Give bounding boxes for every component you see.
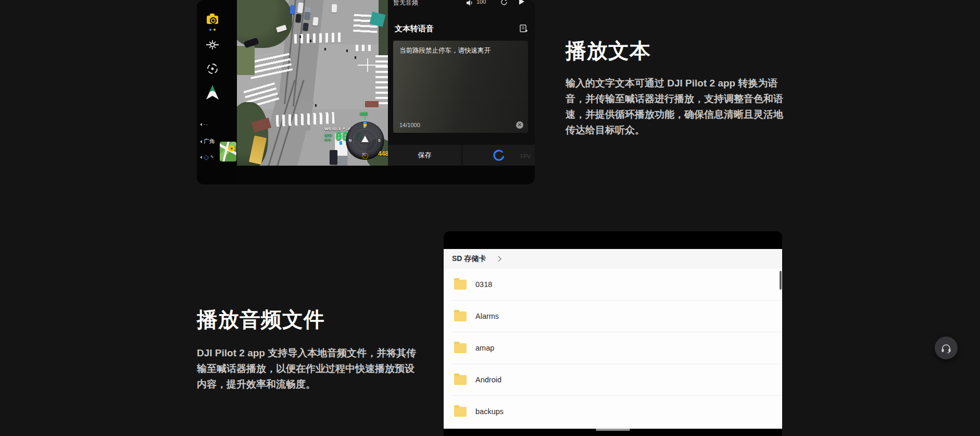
camera-view: WS 02.3 ↗ -42° SPD m/s 00.0 085 N E S W …	[237, 0, 388, 166]
folder-icon	[454, 280, 467, 290]
motorbike	[324, 48, 326, 51]
chevron-left-icon	[200, 140, 202, 143]
sidebar-collapse-row[interactable]: - -	[200, 122, 208, 127]
compass-heading-marker	[363, 122, 367, 127]
folder-name: 0318	[475, 280, 492, 289]
compass-n: N	[349, 139, 351, 142]
scrollbar-thumb[interactable]	[780, 271, 782, 290]
play-button[interactable]	[519, 0, 524, 5]
section-title: 播放文本	[566, 36, 786, 65]
nav-arrow-icon	[205, 85, 220, 101]
spd-text: SPD	[324, 133, 332, 138]
crosswalk	[356, 45, 374, 51]
spotlight-icon[interactable]	[205, 38, 220, 52]
convert-loading-button[interactable]: FPV	[462, 145, 535, 166]
audio-status-label: 暂无音频	[393, 0, 418, 7]
compass-home-badge: H	[362, 153, 368, 159]
minimap-thumbnail[interactable]	[220, 142, 236, 161]
folder-row[interactable]: Android	[444, 364, 782, 396]
clear-text-button[interactable]: ✕	[516, 121, 523, 129]
app-sidebar: - - 广角 ◇ ✎	[197, 0, 237, 184]
folder-row[interactable]: amap	[444, 332, 782, 364]
fpv-label: FPV	[521, 154, 531, 159]
page: - - 广角 ◇ ✎	[0, 0, 980, 436]
loop-button[interactable]	[500, 0, 508, 8]
diamond-icon: ◇	[204, 153, 209, 161]
pilot-app-screenshot: - - 广角 ◇ ✎	[197, 0, 535, 184]
spot-metering-icon[interactable]	[205, 61, 220, 76]
chevron-left-icon	[200, 123, 202, 126]
heading-tick	[365, 117, 366, 120]
lane-line	[358, 65, 387, 66]
payload-camera-icon[interactable]	[205, 13, 220, 27]
tts-panel: 暂无音频 100 文本转语音	[388, 0, 535, 166]
tts-input-text: 当前路段禁止停车，请快速离开	[399, 46, 522, 55]
collapse-label: - -	[204, 122, 208, 127]
chevron-right-icon	[497, 255, 502, 263]
red-walkway	[365, 101, 379, 107]
motorbike	[310, 40, 311, 42]
vehicle-dark-car	[330, 150, 337, 165]
folder-row[interactable]: Alarms	[444, 301, 782, 332]
add-text-button[interactable]	[519, 24, 528, 35]
crosswalk	[294, 32, 344, 43]
folder-row[interactable]: backups	[444, 396, 782, 428]
save-label: 保存	[418, 151, 432, 160]
loading-spinner-icon	[490, 146, 507, 164]
section-body: 输入的文字文本可通过 DJI Pilot 2 app 转换为语音，并传输至喊话器…	[566, 76, 786, 138]
breadcrumb-bar: SD 存储卡	[444, 249, 782, 269]
loop-icon	[500, 0, 508, 6]
folder-name: Alarms	[475, 312, 499, 320]
save-button[interactable]: 保存	[388, 145, 461, 166]
vehicle-dark-car	[295, 14, 301, 23]
char-counter: 14/1000	[399, 122, 420, 128]
wide-angle-label: 广角	[204, 138, 215, 145]
folder-icon	[454, 312, 467, 321]
folder-name: Android	[475, 376, 501, 384]
folder-icon	[454, 375, 467, 385]
circle-dot-icon	[206, 62, 219, 76]
file-browser-screenshot: SD 存储卡 0318 Alarms amap	[444, 231, 782, 436]
compass-aircraft-icon	[361, 135, 369, 142]
wide-angle-row[interactable]: 广角	[200, 138, 215, 145]
pencil-icon: ✎	[210, 155, 214, 159]
section-play-text: 播放文本 输入的文字文本可通过 DJI Pilot 2 app 转换为语音，并传…	[566, 36, 786, 138]
trees-right	[379, 0, 388, 55]
gimbal-pitch-row[interactable]: ◇ ✎	[200, 153, 214, 161]
motorbike	[299, 35, 301, 38]
breadcrumb[interactable]: SD 存储卡	[452, 254, 486, 264]
folder-row[interactable]: 0318	[444, 269, 782, 301]
add-document-icon	[519, 24, 528, 33]
vehicle-white-car	[312, 17, 319, 26]
crosswalk	[375, 52, 388, 104]
folder-icon	[454, 343, 467, 353]
vehicle-blue-car	[290, 5, 296, 15]
section-body: DJI Pilot 2 app 支持导入本地音频文件，并将其传输至喊话器播放，以…	[197, 345, 418, 392]
browser-top-bezel	[444, 231, 782, 249]
support-button[interactable]	[935, 337, 958, 359]
headset-icon	[941, 343, 951, 353]
heading-value: 085	[360, 111, 368, 116]
section-title: 播放音频文件	[197, 305, 418, 334]
dot-yellow	[213, 29, 216, 31]
browser-bottom-bezel	[444, 429, 782, 436]
drone-attitude-icon[interactable]	[205, 85, 220, 100]
camera-icon	[207, 16, 218, 24]
vehicle-dark-car	[303, 23, 309, 31]
folder-name: backups	[475, 407, 504, 416]
folder-name: amap	[475, 344, 494, 352]
motorbike	[346, 49, 348, 52]
blue-marker	[340, 141, 342, 145]
folder-list: 0318 Alarms amap Android backups	[444, 269, 782, 429]
tts-text-input[interactable]: 当前路段禁止停车，请快速离开 14/1000 ✕	[393, 41, 528, 133]
spd-unit: m/s	[324, 138, 332, 142]
lane-line	[367, 58, 368, 72]
volume-control[interactable]	[466, 0, 474, 8]
motorbike	[355, 56, 356, 59]
row-divider	[452, 427, 782, 428]
chevron-left-icon	[200, 156, 202, 159]
crosswalk	[276, 112, 335, 127]
speaker-icon	[466, 0, 474, 6]
map-road	[222, 142, 230, 161]
dot-blue	[209, 29, 211, 31]
